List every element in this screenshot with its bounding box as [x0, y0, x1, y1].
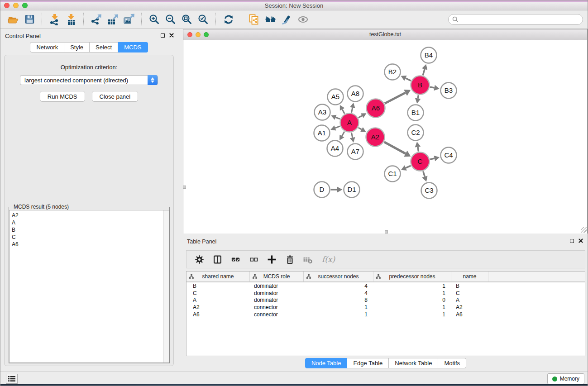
save-session-icon: [24, 14, 35, 25]
import-table-button[interactable]: [63, 12, 79, 27]
network-canvas[interactable]: B4B2BB3B1A5A8A6A3AA1A2C2A4A7C4CC1C3DD1: [183, 40, 587, 234]
bottom-edge-grip[interactable]: [385, 230, 388, 234]
open-file-button[interactable]: [5, 12, 21, 27]
zoom-in-button[interactable]: [146, 12, 163, 27]
result-item[interactable]: B: [12, 226, 169, 234]
edge-B-B4[interactable]: [423, 69, 425, 76]
mcds-result-group: MCDS result (5 nodes) A2ABCA6: [9, 207, 170, 363]
column-header-MCDS-role[interactable]: MCDS role: [250, 272, 304, 281]
table-settings-button[interactable]: [194, 254, 205, 265]
result-item[interactable]: A6: [12, 241, 169, 248]
export-table-button[interactable]: [105, 12, 121, 27]
close-table-panel-icon[interactable]: [578, 238, 583, 243]
memory-button[interactable]: Memory: [547, 373, 584, 384]
columns-icon: [213, 255, 222, 264]
import-network-button[interactable]: [47, 12, 63, 27]
edge-A-A2[interactable]: [359, 128, 362, 129]
mcds-result-list[interactable]: A2ABCA6: [9, 210, 169, 363]
float-panel-icon[interactable]: [161, 33, 165, 38]
node-label-D1: D1: [347, 186, 356, 193]
tab-style[interactable]: Style: [64, 42, 90, 52]
zoom-fit-button[interactable]: [179, 12, 195, 27]
hide-graphics-details-button[interactable]: [278, 12, 295, 27]
edge-A-A1[interactable]: [335, 126, 339, 128]
hide-graphics-details-icon: [281, 14, 292, 25]
edge-A-A5[interactable]: [342, 110, 344, 114]
save-session-button[interactable]: [21, 12, 38, 27]
show-graphics-details-button[interactable]: [295, 12, 311, 27]
table-cell: dominator: [250, 297, 304, 303]
result-scrollbar[interactable]: [163, 210, 169, 362]
export-network-icon: [91, 14, 102, 25]
edge-A2-C[interactable]: [384, 142, 406, 154]
open-network-file-button[interactable]: [246, 12, 262, 27]
edge-B-B1[interactable]: [418, 95, 418, 98]
delete-table-button[interactable]: [302, 254, 313, 265]
node-label-A4: A4: [331, 144, 339, 152]
show-columns-button[interactable]: [212, 254, 223, 265]
search-input[interactable]: [461, 16, 579, 23]
table-cell: 1: [373, 290, 451, 296]
tab-mcds[interactable]: MCDS: [118, 42, 148, 52]
unselect-all-button[interactable]: [248, 254, 259, 265]
trash-icon: [285, 255, 295, 264]
close-panel-button[interactable]: Close panel: [92, 91, 139, 102]
edge-A-A7[interactable]: [351, 133, 352, 138]
tab-node-table[interactable]: Node Table: [305, 358, 348, 368]
edge-B-B2[interactable]: [406, 78, 411, 81]
edge-C-C2[interactable]: [418, 147, 419, 152]
result-item[interactable]: A2: [12, 212, 169, 219]
node-label-B1: B1: [411, 109, 420, 116]
table-row[interactable]: Bdominator41B: [186, 282, 585, 290]
search-field[interactable]: [448, 14, 583, 25]
home-button[interactable]: [262, 12, 278, 27]
tab-select[interactable]: Select: [90, 42, 118, 52]
edge-A6-B[interactable]: [385, 93, 406, 104]
column-header-predecessor-nodes[interactable]: predecessor nodes: [373, 272, 451, 281]
status-bar: Memory: [0, 372, 588, 384]
tab-motifs[interactable]: Motifs: [438, 358, 466, 368]
export-network-button[interactable]: [88, 12, 105, 27]
refresh-button[interactable]: [220, 12, 237, 27]
criterion-dropdown[interactable]: largest connected component (directed): [20, 75, 158, 85]
function-builder-button[interactable]: f(x): [320, 254, 338, 265]
node-table[interactable]: shared nameMCDS rolesuccessor nodesprede…: [186, 271, 585, 356]
result-item[interactable]: A: [12, 219, 169, 226]
task-history-button[interactable]: [6, 374, 18, 384]
select-all-button[interactable]: [230, 254, 241, 265]
delete-column-button[interactable]: [284, 254, 295, 265]
column-header-name[interactable]: name: [451, 272, 488, 281]
export-image-button[interactable]: [121, 12, 137, 27]
zoom-selected-button[interactable]: [195, 12, 211, 27]
edge-C-C4[interactable]: [430, 158, 435, 159]
arrowhead-icon: [422, 64, 427, 70]
edge-A-A6[interactable]: [359, 116, 362, 118]
edge-A-A3[interactable]: [335, 117, 340, 119]
left-edge-grip[interactable]: [183, 186, 186, 189]
edge-C-C1[interactable]: [406, 166, 411, 168]
table-row[interactable]: A2connector11A2: [186, 304, 585, 311]
result-item[interactable]: C: [12, 234, 169, 241]
svg-text:f(x): f(x): [322, 255, 336, 264]
table-cell: 0: [373, 297, 451, 303]
table-row[interactable]: Cdominator41C: [186, 290, 585, 297]
column-header-successor-nodes[interactable]: successor nodes: [304, 272, 373, 281]
tab-edge-table[interactable]: Edge Table: [347, 358, 389, 368]
table-row[interactable]: Adominator80A: [186, 297, 585, 304]
resize-grip-icon[interactable]: [581, 227, 587, 233]
edge-A-A4[interactable]: [342, 132, 344, 136]
node-label-D: D: [320, 186, 325, 193]
edge-B-B3[interactable]: [430, 87, 434, 88]
float-table-panel-icon[interactable]: [570, 239, 574, 243]
add-column-button[interactable]: [266, 254, 277, 265]
run-mcds-button[interactable]: Run MCDS: [40, 91, 85, 102]
edge-A-A8[interactable]: [351, 108, 352, 113]
edge-C-C3[interactable]: [423, 171, 425, 176]
zoom-out-button[interactable]: [163, 12, 179, 27]
table-row[interactable]: A6connector11A6: [186, 311, 585, 318]
tab-network-table[interactable]: Network Table: [389, 358, 438, 368]
column-header-shared-name[interactable]: shared name: [186, 272, 250, 281]
network-window-titlebar[interactable]: testGlobe.txt: [183, 29, 587, 40]
tab-network[interactable]: Network: [30, 42, 64, 52]
close-panel-icon[interactable]: [169, 33, 174, 38]
